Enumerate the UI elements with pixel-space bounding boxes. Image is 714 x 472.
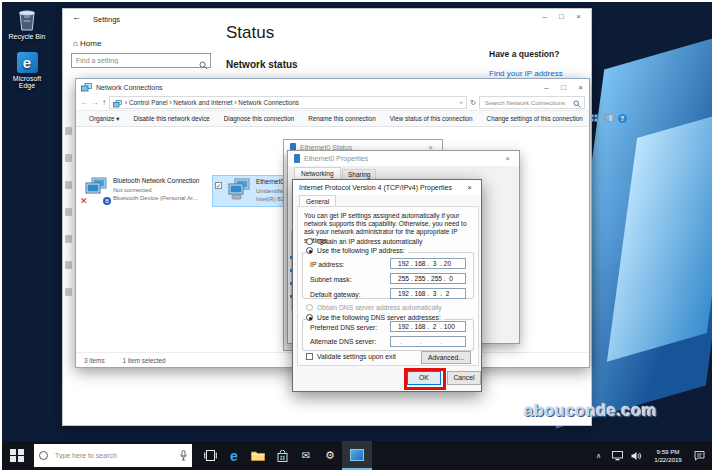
default-gateway-field[interactable]: 192 . 168 . 3 . 2 xyxy=(390,288,466,299)
taskbar-clock[interactable]: 9:59 PM 1/22/2019 xyxy=(646,448,690,463)
settings-window-title: Settings xyxy=(93,15,120,24)
settings-window-controls: – □ × xyxy=(536,12,587,21)
ethernet-adapter-icon xyxy=(226,178,252,204)
adapter-icon xyxy=(294,154,300,163)
settings-search-input[interactable] xyxy=(71,53,211,68)
diagnose-command[interactable]: Diagnose this connection xyxy=(217,115,301,122)
taskbar-edge-icon[interactable]: e xyxy=(222,441,246,470)
checkbox-icon[interactable] xyxy=(306,353,313,360)
tray-chevron-up-icon[interactable]: ∧ xyxy=(589,441,608,470)
maximize-button[interactable]: □ xyxy=(555,83,572,92)
explorer-search-input[interactable] xyxy=(483,98,573,107)
radio-icon-selected[interactable] xyxy=(306,247,313,254)
ip-address-field[interactable]: 192 . 168 . 3 . 20 xyxy=(390,258,466,269)
taskbar-settings-icon[interactable]: ⚙ xyxy=(318,441,342,470)
microphone-icon[interactable] xyxy=(180,447,187,465)
item-checkbox[interactable]: ✓ xyxy=(215,182,222,189)
tray-network-icon[interactable] xyxy=(608,441,627,470)
maximize-button[interactable]: □ xyxy=(553,12,570,21)
tab-networking[interactable]: Networking xyxy=(294,167,341,178)
advanced-button[interactable]: Advanced... xyxy=(421,351,471,364)
tray-volume-icon[interactable] xyxy=(627,441,646,470)
change-settings-command[interactable]: Change settings of this connection xyxy=(480,115,590,122)
disable-device-command[interactable]: Disable this network device xyxy=(126,115,216,122)
radio-use-dns[interactable]: Use the following DNS server addresses: xyxy=(306,314,444,321)
nav-forward-icon[interactable]: → xyxy=(91,98,99,107)
sidebar-nav-icon[interactable] xyxy=(65,154,72,162)
action-center-icon[interactable] xyxy=(690,441,709,470)
connection-name: Bluetooth Network Connection xyxy=(113,177,199,186)
alternate-dns-field[interactable]: . . . xyxy=(390,336,466,347)
desktop-icon-edge[interactable]: e Microsoft Edge xyxy=(1,52,53,89)
preview-pane-icon[interactable] xyxy=(604,114,613,123)
tab-general[interactable]: General xyxy=(299,195,336,206)
taskbar-search-input[interactable] xyxy=(53,451,175,460)
cortana-icon xyxy=(39,451,48,460)
sidebar-nav-icon[interactable] xyxy=(65,208,72,216)
radio-use-ip[interactable]: Use the following IP address: xyxy=(306,247,408,254)
sidebar-nav-icon[interactable] xyxy=(65,261,72,269)
rename-command[interactable]: Rename this connection xyxy=(301,115,383,122)
breadcrumb[interactable]: › Control Panel › Network and Internet ›… xyxy=(125,99,457,106)
task-view-button[interactable] xyxy=(198,441,222,470)
start-button[interactable] xyxy=(0,441,34,470)
items-count: 3 items xyxy=(84,357,105,364)
find-ip-link[interactable]: Find your IP address xyxy=(489,69,563,78)
ok-button[interactable]: OK xyxy=(407,371,441,385)
sidebar-nav-icon[interactable] xyxy=(65,127,72,135)
cancel-button[interactable]: Cancel xyxy=(447,371,481,385)
active-app-icon xyxy=(350,449,364,461)
sidebar-nav-icon[interactable] xyxy=(65,181,72,189)
minimize-button[interactable]: – xyxy=(536,12,553,21)
help-heading: Have a question? xyxy=(489,49,559,59)
desktop-screen: Recycle Bin e Microsoft Edge ← Settings … xyxy=(0,0,714,472)
minimize-button[interactable]: – xyxy=(538,83,555,92)
view-status-command[interactable]: View status of this connection xyxy=(383,115,480,122)
radio-obtain-ip[interactable]: Obtain an IP address automatically xyxy=(306,238,422,245)
close-button[interactable]: × xyxy=(570,12,587,21)
breadcrumb-box[interactable]: › Control Panel › Network and Internet ›… xyxy=(109,96,467,109)
back-icon[interactable]: ← xyxy=(72,12,81,22)
explorer-search-box[interactable] xyxy=(479,96,585,109)
validate-checkbox-row[interactable]: Validate settings upon exit xyxy=(306,353,396,360)
taskbar-mail-icon[interactable]: ✉ xyxy=(294,441,318,470)
connection-item-bluetooth[interactable]: ✕ B Bluetooth Network Connection Not con… xyxy=(81,175,211,205)
nav-back-icon[interactable]: ← xyxy=(80,98,88,107)
ip-address-label: IP address: xyxy=(310,261,344,268)
preferred-dns-field[interactable]: 192 . 168 . 2 . 100 xyxy=(390,321,466,332)
radio-icon-selected[interactable] xyxy=(306,314,313,321)
close-button[interactable]: × xyxy=(572,83,589,92)
red-highlight-rectangle xyxy=(404,368,446,390)
recycle-bin-icon xyxy=(16,26,38,33)
chevron-down-icon[interactable]: ˅ xyxy=(460,100,464,106)
command-bar: Organize ▾ Disable this network device D… xyxy=(76,111,589,127)
home-icon: ⌂ xyxy=(73,39,78,48)
close-icon[interactable]: × xyxy=(464,183,475,192)
help-icon[interactable]: ? xyxy=(618,114,627,123)
subnet-mask-field[interactable]: 255 . 255 . 255 . 0 xyxy=(390,273,466,284)
view-layout-icon[interactable] xyxy=(590,114,599,123)
desktop-icon-label: Recycle Bin xyxy=(1,33,53,40)
radio-obtain-dns[interactable]: Obtain DNS server address automatically xyxy=(306,304,442,311)
nav-up-icon[interactable]: ↑ xyxy=(102,98,106,107)
edge-icon: e xyxy=(17,52,38,73)
taskbar-file-explorer-icon[interactable] xyxy=(246,441,270,470)
sidebar-nav-icon[interactable] xyxy=(65,288,72,296)
window-title: Network Connections xyxy=(96,84,538,91)
home-label: Home xyxy=(80,39,101,48)
radio-icon[interactable] xyxy=(306,238,313,245)
organize-menu[interactable]: Organize ▾ xyxy=(82,115,126,122)
radio-icon-disabled[interactable] xyxy=(306,304,313,311)
system-tray: ∧ 9:59 PM 1/22/2019 xyxy=(589,441,714,470)
close-icon[interactable]: × xyxy=(502,154,513,163)
preferred-dns-label: Preferred DNS server: xyxy=(310,324,377,331)
watermark: abouconde.com xyxy=(524,401,657,420)
taskbar-app-active[interactable] xyxy=(342,441,372,470)
taskbar-search-box[interactable] xyxy=(34,444,192,467)
sidebar-item-home[interactable]: ⌂ Home xyxy=(73,39,101,48)
desktop-icon-recycle-bin[interactable]: Recycle Bin xyxy=(1,8,53,40)
refresh-icon[interactable]: ↻ xyxy=(470,99,476,107)
taskbar-store-icon[interactable] xyxy=(270,441,294,470)
subnet-mask-label: Subnet mask: xyxy=(310,276,352,283)
sidebar-nav-icon[interactable] xyxy=(65,235,72,243)
